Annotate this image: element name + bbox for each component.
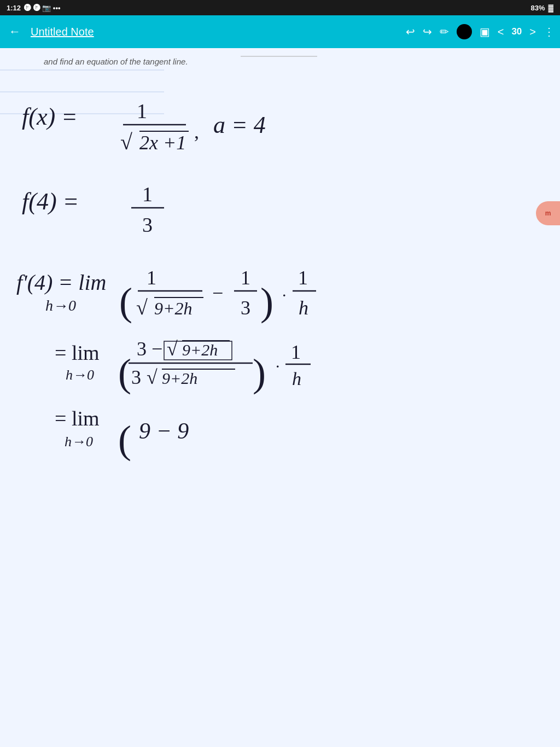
svg-text:h: h <box>292 369 301 389</box>
svg-text:): ) <box>253 351 266 395</box>
svg-text:h→0: h→0 <box>45 297 76 314</box>
svg-text:(: ( <box>118 351 131 395</box>
svg-text:√: √ <box>147 366 158 388</box>
svg-text:a = 4: a = 4 <box>213 112 266 138</box>
svg-text:): ) <box>260 280 273 324</box>
status-bar: 1:12 🅜 🅜 📷 ••• 83% ▓ <box>0 0 560 15</box>
svg-text:= lim: = lim <box>55 407 100 430</box>
math-content: and find an equation of the tangent line… <box>0 48 560 747</box>
redo-button[interactable]: ↪ <box>423 25 432 38</box>
undo-button[interactable]: ↩ <box>406 25 415 38</box>
svg-text:(: ( <box>119 280 132 324</box>
signal-icons: 🅜 🅜 📷 ••• <box>24 4 61 12</box>
note-area[interactable]: and find an equation of the tangent line… <box>0 48 560 747</box>
back-button[interactable]: ← <box>5 21 24 42</box>
svg-text:3: 3 <box>241 297 250 319</box>
svg-text:9+2h: 9+2h <box>182 341 218 359</box>
svg-text:(: ( <box>118 418 131 462</box>
svg-text:√: √ <box>136 296 148 319</box>
battery: 83% <box>530 4 545 12</box>
svg-text:√: √ <box>120 130 132 154</box>
svg-text:h→0: h→0 <box>66 367 94 383</box>
svg-text:2x +1: 2x +1 <box>139 132 186 154</box>
next-page-button[interactable]: > <box>529 26 536 38</box>
svg-text:and find an equation of the ta: and find an equation of the tangent line… <box>44 57 188 66</box>
toolbar-actions: ↩ ↪ ✏ ▣ < 30 > ⋮ <box>406 24 555 39</box>
svg-text:h: h <box>299 297 308 319</box>
svg-text:·: · <box>282 286 287 304</box>
svg-text:1: 1 <box>142 183 153 206</box>
pen-button[interactable]: ✏ <box>440 25 449 38</box>
color-picker[interactable] <box>457 24 472 39</box>
svg-text:f'(4) = lim: f'(4) = lim <box>16 270 106 295</box>
float-button[interactable]: m <box>536 201 560 225</box>
svg-text:1: 1 <box>298 267 308 289</box>
svg-text:·: · <box>276 357 280 375</box>
more-menu-button[interactable]: ⋮ <box>544 25 555 38</box>
note-title[interactable]: Untitled Note <box>28 26 401 38</box>
svg-text:h→0: h→0 <box>65 434 93 450</box>
status-left: 1:12 🅜 🅜 📷 ••• <box>7 4 61 12</box>
toolbar: ← Untitled Note ↩ ↪ ✏ ▣ < 30 > ⋮ <box>0 15 560 48</box>
svg-text:= lim: = lim <box>55 341 100 364</box>
svg-text:f(4) =: f(4) = <box>22 188 79 215</box>
svg-text:1: 1 <box>137 100 147 122</box>
image-button[interactable]: ▣ <box>480 25 490 38</box>
battery-icon: ▓ <box>549 4 553 12</box>
svg-text:3: 3 <box>142 213 153 236</box>
status-right: 83% ▓ <box>530 4 553 12</box>
page-number: 30 <box>511 26 522 37</box>
float-button-label: m <box>545 209 551 217</box>
prev-page-button[interactable]: < <box>498 26 504 38</box>
svg-text:9+2h: 9+2h <box>162 369 197 387</box>
svg-text:f(x) =: f(x) = <box>22 103 78 130</box>
svg-text:,: , <box>194 121 199 143</box>
time: 1:12 <box>7 4 21 12</box>
svg-text:3: 3 <box>131 366 141 388</box>
svg-text:9 − 9: 9 − 9 <box>139 418 189 443</box>
svg-text:3 −: 3 − <box>137 338 162 360</box>
svg-text:1: 1 <box>147 267 156 289</box>
svg-text:1: 1 <box>241 267 250 289</box>
svg-text:9+2h: 9+2h <box>154 299 192 318</box>
svg-text:−: − <box>212 282 223 304</box>
svg-text:1: 1 <box>291 341 301 363</box>
